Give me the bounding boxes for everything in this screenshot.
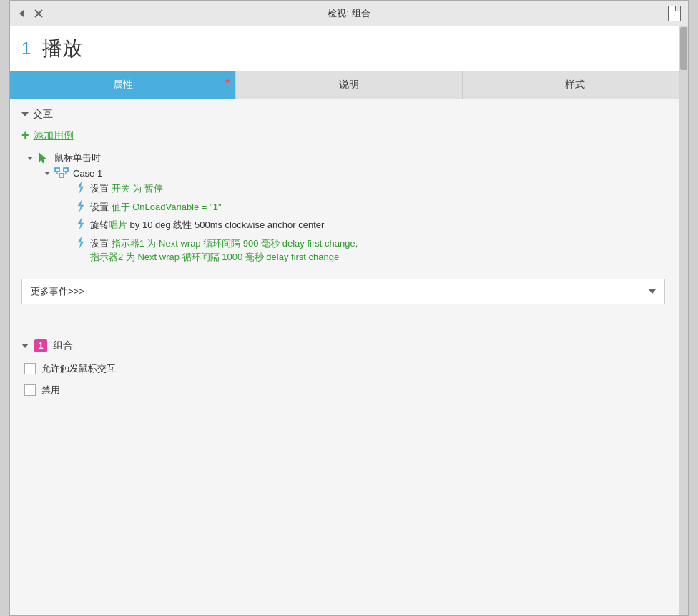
group-header: 1 组合 <box>21 339 677 352</box>
interaction-expand-icon[interactable] <box>21 112 29 116</box>
event-tree: 鼠标单击时 Case 1 <box>27 151 677 264</box>
mouse-cursor-icon <box>37 151 50 164</box>
svg-marker-11 <box>78 182 84 193</box>
checkbox-row-mouse: 允许触发鼠标交互 <box>24 362 677 375</box>
svg-marker-13 <box>78 218 84 229</box>
svg-marker-14 <box>78 237 84 248</box>
lightning-icon-2 <box>76 200 86 212</box>
action-row-3: 旋转唱片 by 10 deg 线性 500ms clockwise anchor… <box>76 218 677 232</box>
scrollbar-thumb[interactable] <box>680 27 687 70</box>
content-area: 交互 + 添加用例 鼠标单击时 <box>10 99 688 615</box>
action-text-4: 设置 指示器1 为 Next wrap 循环间隔 900 毫秒 delay fi… <box>90 237 358 264</box>
group-section: 1 组合 允许触发鼠标交互 禁用 <box>10 331 688 414</box>
mouse-event-chevron[interactable] <box>27 157 33 160</box>
svg-marker-12 <box>78 200 84 212</box>
add-usecase-label: 添加用例 <box>34 129 74 142</box>
svg-rect-5 <box>64 168 68 172</box>
case1-row: Case 1 <box>44 167 677 179</box>
action-row-4: 设置 指示器1 为 Next wrap 循环间隔 900 毫秒 delay fi… <box>76 237 677 264</box>
interaction-section: 交互 + 添加用例 鼠标单击时 <box>10 99 688 313</box>
svg-rect-4 <box>55 168 59 172</box>
tab-asterisk: * <box>225 77 230 90</box>
section-divider <box>10 322 688 322</box>
document-icon[interactable] <box>668 6 681 21</box>
page-number: 1 <box>21 39 31 59</box>
back-button[interactable] <box>16 8 27 19</box>
mouse-event-row: 鼠标单击时 <box>27 151 677 164</box>
page-title: 播放 <box>42 35 82 62</box>
plus-icon: + <box>21 128 29 143</box>
svg-marker-3 <box>39 153 46 163</box>
lightning-icon-4 <box>76 237 86 248</box>
action-text-3: 旋转唱片 by 10 deg 线性 500ms clockwise anchor… <box>90 218 324 232</box>
add-usecase-link[interactable]: + 添加用例 <box>21 128 677 143</box>
interaction-title: 交互 <box>33 108 53 121</box>
tab-properties[interactable]: 属性 * <box>10 71 236 99</box>
action-row-1: 设置 开关 为 暂停 <box>76 182 677 196</box>
close-button[interactable] <box>33 8 44 19</box>
case-icon <box>54 167 69 179</box>
more-events-container: 更多事件>>> <box>21 279 677 304</box>
disabled-checkbox[interactable] <box>24 384 36 396</box>
title-bar-controls <box>16 8 44 19</box>
more-events-chevron-icon <box>649 289 656 294</box>
action-text-2: 设置 值于 OnLoadVariable = "1" <box>90 200 222 214</box>
main-window: 检视: 组合 1 播放 属性 * 说明 样式 交互 <box>9 0 689 616</box>
group-title: 组合 <box>53 339 73 352</box>
more-events-label: 更多事件>>> <box>31 285 84 298</box>
window-title: 检视: 组合 <box>328 7 370 20</box>
disabled-label: 禁用 <box>41 384 60 397</box>
mouse-event-label: 鼠标单击时 <box>54 151 101 164</box>
title-bar: 检视: 组合 <box>10 1 688 26</box>
checkbox-row-disabled: 禁用 <box>24 384 677 397</box>
interaction-header: 交互 <box>21 108 677 121</box>
lightning-icon-1 <box>76 182 86 193</box>
scrollbar-track <box>679 26 688 615</box>
case1-label: Case 1 <box>73 168 102 179</box>
svg-marker-0 <box>19 10 24 17</box>
action-row-2: 设置 值于 OnLoadVariable = "1" <box>76 200 677 214</box>
more-events-dropdown[interactable]: 更多事件>>> <box>21 279 665 304</box>
page-header: 1 播放 <box>10 26 688 71</box>
tab-style[interactable]: 样式 <box>463 71 688 99</box>
action-text-1: 设置 开关 为 暂停 <box>90 182 163 196</box>
tab-description[interactable]: 说明 <box>236 71 462 99</box>
allow-mouse-checkbox[interactable] <box>24 363 36 374</box>
group-expand-icon[interactable] <box>21 344 29 348</box>
allow-mouse-label: 允许触发鼠标交互 <box>41 362 116 375</box>
tabs-bar: 属性 * 说明 样式 <box>10 71 688 99</box>
group-badge: 1 <box>34 339 47 352</box>
title-bar-right <box>668 6 681 21</box>
lightning-icon-3 <box>76 218 86 229</box>
case1-chevron[interactable] <box>44 172 50 175</box>
